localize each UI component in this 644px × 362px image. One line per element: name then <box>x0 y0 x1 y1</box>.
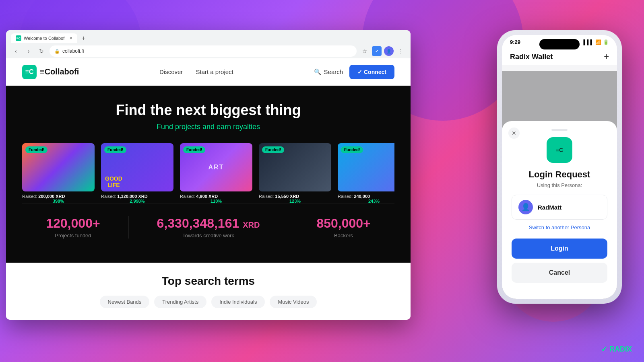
connect-button[interactable]: ✓ Connect <box>349 65 394 79</box>
project-raised-2: Raised: 1,320,000 XRD <box>101 194 173 199</box>
wifi-icon: 📶 <box>595 39 601 45</box>
funded-badge-4: Funded! <box>262 146 284 153</box>
tab-close-button[interactable]: × <box>70 35 72 41</box>
project-percent-2: 2,998% <box>101 199 173 204</box>
project-raised-3: Raised: 4,900 XRD <box>180 194 252 199</box>
project-raised-5: Raised: 240,000 <box>338 194 394 199</box>
search-tag-1[interactable]: Newest Bands <box>100 296 150 308</box>
extension-icon[interactable]: ✓ <box>372 46 382 56</box>
phone-inner: 9:29 ▌▌▌ 📶 🔋 Radix Wallet + ✕ ≡C Login R… <box>502 35 617 299</box>
url-text: collabofi.fi <box>62 48 84 54</box>
stats-section: 120,000+ Projects funded 6,330,348,161 X… <box>22 204 394 251</box>
stat-backers-label: Backers <box>316 232 370 239</box>
tab-favicon: ≡C <box>16 35 21 41</box>
status-icons: ▌▌▌ 📶 🔋 <box>583 39 609 45</box>
project-percent-1: 398% <box>22 199 95 204</box>
hero-subtitle: Fund projects and earn royalties <box>22 123 394 131</box>
project-raised-4: Raised: 15,550 XRD <box>259 194 331 199</box>
project-image-5: Funded! <box>338 143 394 191</box>
search-icon: 🔍 <box>314 68 322 76</box>
modal-drag-handle <box>551 129 568 131</box>
login-button[interactable]: Login <box>512 239 607 259</box>
top-search-title: Top search terms <box>22 275 394 288</box>
nav-start-project[interactable]: Start a project <box>196 68 233 75</box>
project-image-4: Funded! <box>259 143 331 191</box>
site-header: ≡C ≡Collabofi Discover Start a project 🔍… <box>6 58 411 86</box>
nav-discover[interactable]: Discover <box>159 68 183 75</box>
stat-projects: 120,000+ Projects funded <box>46 216 100 239</box>
new-tab-button[interactable]: + <box>79 33 89 43</box>
stat-xrd: 6,330,348,161 XRD Towards creative work <box>157 216 260 239</box>
project-card-1[interactable]: Funded! Raised: 200,000 XRD 398% <box>22 143 95 204</box>
phone-mockup: 9:29 ▌▌▌ 📶 🔋 Radix Wallet + ✕ ≡C Login R… <box>497 30 622 304</box>
status-time: 9:29 <box>510 39 520 45</box>
logo-icon: ≡C <box>22 65 37 79</box>
star-button[interactable]: ☆ <box>360 46 369 56</box>
browser-window: ≡C Welcome to Collabofi × + ‹ › ↻ 🔒 coll… <box>6 30 411 320</box>
back-button[interactable]: ‹ <box>11 46 21 56</box>
radix-logo-text: RADIX <box>609 345 632 354</box>
project-percent-4: 123% <box>259 199 331 204</box>
browser-tab-active[interactable]: ≡C Welcome to Collabofi × <box>11 33 77 43</box>
login-modal: ✕ ≡C Login Request Using this Persona: 👤… <box>502 121 617 299</box>
stat-xrd-label: Towards creative work <box>157 232 260 239</box>
stat-projects-number: 120,000+ <box>46 216 100 231</box>
project-image-1: Funded! <box>22 143 95 191</box>
project-image-3-text: ART <box>208 164 224 171</box>
site-logo: ≡C ≡Collabofi <box>22 65 79 79</box>
website-content: ≡C ≡Collabofi Discover Start a project 🔍… <box>6 58 411 320</box>
browser-tabs: ≡C Welcome to Collabofi × + <box>11 33 406 43</box>
persona-selector[interactable]: 👤 RadMatt <box>512 195 607 220</box>
wallet-add-button[interactable]: + <box>604 51 609 62</box>
radix-logo: ✓ RADIX <box>601 344 632 354</box>
persona-avatar: 👤 <box>518 200 533 214</box>
search-button[interactable]: 🔍 Search <box>314 68 343 76</box>
modal-app-icon: ≡C <box>547 137 572 163</box>
project-card-3[interactable]: ART Funded! Raised: 4,900 XRD 110% <box>180 143 252 204</box>
project-percent-3: 110% <box>180 199 252 204</box>
stat-xrd-number: 6,330,348,161 XRD <box>157 216 260 231</box>
stat-backers-number: 850,000+ <box>316 216 370 231</box>
project-percent-5: 243% <box>338 199 394 204</box>
search-tag-4[interactable]: Music Videos <box>270 296 317 308</box>
battery-icon: 🔋 <box>603 39 609 45</box>
tab-title: Welcome to Collabofi <box>24 36 66 41</box>
forward-button[interactable]: › <box>24 46 33 56</box>
funded-badge-5: Funded! <box>341 146 363 153</box>
browser-actions: ☆ ✓ 👤 ⋮ <box>360 46 406 56</box>
project-image-2-text: GOODLIFE <box>105 176 122 188</box>
hero-title: Find the next biggest thing <box>22 102 394 119</box>
wallet-title: Radix Wallet <box>510 53 553 61</box>
funded-badge-3: Funded! <box>183 146 205 153</box>
address-bar[interactable]: 🔒 collabofi.fi <box>50 45 357 57</box>
search-tags: Newest Bands Trending Artists Indie Indi… <box>22 296 394 308</box>
browser-controls: ‹ › ↻ 🔒 collabofi.fi ☆ ✓ 👤 ⋮ <box>11 45 406 57</box>
site-nav: Discover Start a project <box>159 68 233 75</box>
project-raised-1: Raised: 200,000 XRD <box>22 194 95 199</box>
search-tag-3[interactable]: Indie Individuals <box>211 296 265 308</box>
phone-notch <box>539 39 580 49</box>
modal-title: Login Request <box>512 169 607 180</box>
project-card-2[interactable]: GOODLIFE Funded! Raised: 1,320,000 XRD 2… <box>101 143 173 204</box>
funded-badge-2: Funded! <box>104 146 126 153</box>
modal-close-button[interactable]: ✕ <box>508 128 520 139</box>
switch-persona-link[interactable]: Switch to another Persona <box>512 224 607 230</box>
funded-badge-1: Funded! <box>25 146 47 153</box>
modal-subtitle: Using this Persona: <box>512 182 607 188</box>
cancel-button[interactable]: Cancel <box>512 263 607 283</box>
profile-avatar[interactable]: 👤 <box>384 46 394 56</box>
project-image-2: GOODLIFE Funded! <box>101 143 173 191</box>
projects-row: Funded! Raised: 200,000 XRD 398% GOODLIF… <box>22 143 394 204</box>
site-actions: 🔍 Search ✓ Connect <box>314 65 394 79</box>
hero-section: Find the next biggest thing Fund project… <box>6 86 411 263</box>
lock-icon: 🔒 <box>54 49 60 54</box>
persona-name: RadMatt <box>538 204 561 211</box>
project-image-3: ART Funded! <box>180 143 252 191</box>
browser-chrome: ≡C Welcome to Collabofi × + ‹ › ↻ 🔒 coll… <box>6 30 411 58</box>
search-tag-2[interactable]: Trending Artists <box>154 296 206 308</box>
stat-projects-label: Projects funded <box>46 232 100 239</box>
project-card-4[interactable]: Funded! Raised: 15,550 XRD 123% <box>259 143 331 204</box>
project-card-5[interactable]: Funded! Raised: 240,000 243% <box>338 143 394 204</box>
menu-button[interactable]: ⋮ <box>396 46 406 56</box>
refresh-button[interactable]: ↻ <box>37 46 46 56</box>
